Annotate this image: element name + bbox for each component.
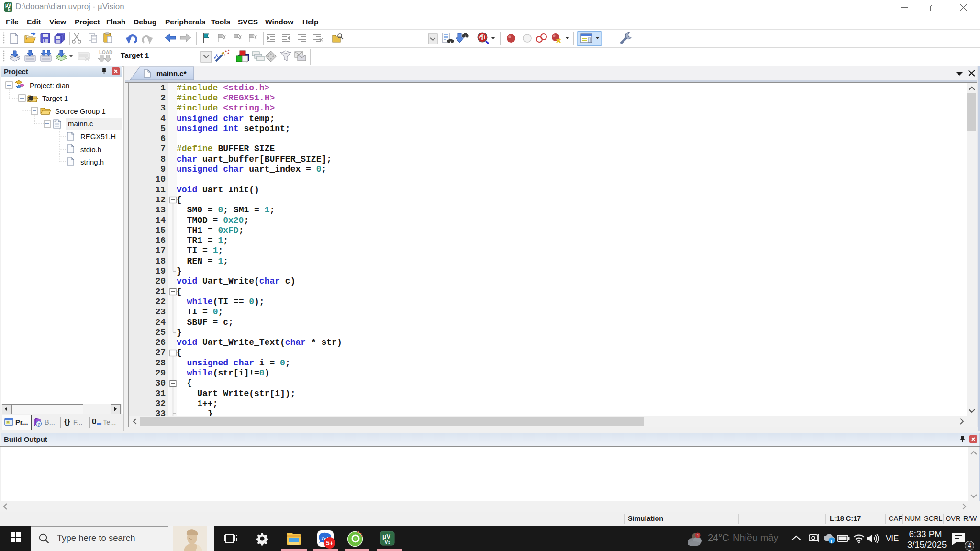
svg-text:?: ?	[38, 422, 41, 427]
svg-text:1: 1	[697, 533, 699, 538]
svg-text:d: d	[480, 33, 485, 43]
svg-text:5+: 5+	[326, 540, 334, 547]
svg-text:i: i	[831, 539, 832, 544]
svg-text:LOAD: LOAD	[99, 50, 112, 55]
